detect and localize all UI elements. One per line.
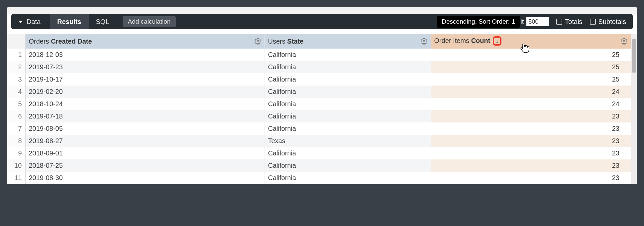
gear-icon[interactable] — [621, 38, 627, 45]
cell-state[interactable]: California — [265, 172, 431, 184]
caret-down-icon — [19, 21, 23, 23]
row-number: 11 — [7, 172, 25, 184]
tab-sql-label: SQL — [96, 18, 109, 26]
svg-point-0 — [257, 41, 259, 42]
toolbar: Data Results SQL Add calculation Row Lim… — [11, 14, 633, 29]
cell-created-date[interactable]: 2019-08-27 — [25, 135, 265, 147]
row-number: 2 — [7, 61, 25, 73]
table-row: 12018-12-03California25 — [7, 49, 631, 61]
scrollbar[interactable] — [631, 34, 637, 184]
tab-sql[interactable]: SQL — [89, 14, 117, 29]
arrow-down-icon: ↓ — [495, 38, 498, 44]
cell-state[interactable]: California — [265, 122, 431, 135]
cell-state[interactable]: California — [265, 49, 431, 61]
row-number: 7 — [7, 122, 25, 135]
table-row: 102018-07-25California23 — [7, 159, 631, 172]
gear-icon[interactable] — [255, 38, 261, 45]
cell-created-date[interactable]: 2019-07-18 — [25, 110, 265, 122]
row-number: 1 — [7, 49, 25, 61]
checkbox-icon — [556, 19, 562, 25]
cell-count[interactable]: 23 — [431, 147, 631, 159]
rownum-header — [7, 34, 25, 49]
cell-created-date[interactable]: 2018-07-25 — [25, 159, 265, 172]
cell-count[interactable]: 25 — [431, 61, 631, 73]
row-limit-input[interactable] — [526, 17, 549, 26]
table-row: 32019-10-17California25 — [7, 73, 631, 86]
svg-point-2 — [623, 41, 625, 42]
table-row: 22019-07-23California25 — [7, 61, 631, 73]
subtotals-label: Subtotals — [598, 18, 626, 26]
add-calculation-button[interactable]: Add calculation — [123, 16, 176, 27]
cell-created-date[interactable]: 2019-02-20 — [25, 86, 265, 98]
cell-created-date[interactable]: 2019-08-30 — [25, 172, 265, 184]
row-number: 5 — [7, 98, 25, 110]
svg-point-1 — [423, 41, 425, 42]
cell-count[interactable]: 23 — [431, 110, 631, 122]
row-number: 4 — [7, 86, 25, 98]
results-table: Orders Created Date Users State — [7, 34, 631, 184]
cell-state[interactable]: California — [265, 110, 431, 122]
cell-created-date[interactable]: 2018-12-03 — [25, 49, 265, 61]
sort-descending-indicator[interactable]: ↓ — [493, 36, 501, 46]
sort-tooltip: Descending, Sort Order: 1 — [437, 16, 520, 28]
cell-state[interactable]: California — [265, 159, 431, 172]
cell-count[interactable]: 24 — [431, 86, 631, 98]
totals-checkbox[interactable]: Totals — [556, 18, 582, 26]
table-row: 92018-09-01California23 — [7, 147, 631, 159]
cell-state[interactable]: California — [265, 147, 431, 159]
tab-results[interactable]: Results — [50, 14, 88, 29]
cell-count[interactable]: 25 — [431, 49, 631, 61]
cell-count[interactable]: 23 — [431, 172, 631, 184]
totals-label: Totals — [565, 18, 582, 26]
cell-created-date[interactable]: 2019-10-17 — [25, 73, 265, 86]
subtotals-checkbox[interactable]: Subtotals — [590, 18, 626, 26]
cell-created-date[interactable]: 2018-10-24 — [25, 98, 265, 110]
cell-created-date[interactable]: 2019-08-05 — [25, 122, 265, 135]
cell-count[interactable]: 23 — [431, 159, 631, 172]
tab-results-label: Results — [57, 18, 81, 26]
cell-state[interactable]: Texas — [265, 135, 431, 147]
table-row: 42019-02-20California24 — [7, 86, 631, 98]
row-number: 9 — [7, 147, 25, 159]
row-number: 6 — [7, 110, 25, 122]
column-header-users-state[interactable]: Users State — [265, 34, 431, 49]
cell-state[interactable]: California — [265, 98, 431, 110]
cell-created-date[interactable]: 2019-07-23 — [25, 61, 265, 73]
cell-state[interactable]: California — [265, 73, 431, 86]
row-number: 3 — [7, 73, 25, 86]
cell-created-date[interactable]: 2018-09-01 — [25, 147, 265, 159]
table-row: 52018-10-24California24 — [7, 98, 631, 110]
table-row: 72019-08-05California23 — [7, 122, 631, 135]
column-header-orders-created-date[interactable]: Orders Created Date — [25, 34, 265, 49]
scrollbar-thumb[interactable] — [632, 39, 636, 73]
column-header-order-items-count[interactable]: Order Items Count ↓ — [431, 34, 631, 49]
checkbox-icon — [590, 19, 596, 25]
row-number: 10 — [7, 159, 25, 172]
cell-count[interactable]: 23 — [431, 135, 631, 147]
cell-state[interactable]: California — [265, 61, 431, 73]
tab-data-label: Data — [27, 18, 41, 26]
table-row: 62019-07-18California23 — [7, 110, 631, 122]
table-row: 82019-08-27Texas23 — [7, 135, 631, 147]
gear-icon[interactable] — [421, 38, 427, 45]
cell-count[interactable]: 23 — [431, 122, 631, 135]
table-row: 112019-08-30California23 — [7, 172, 631, 184]
tab-data[interactable]: Data — [15, 14, 50, 29]
row-number: 8 — [7, 135, 25, 147]
cell-count[interactable]: 25 — [431, 73, 631, 86]
cell-state[interactable]: California — [265, 86, 431, 98]
cell-count[interactable]: 24 — [431, 98, 631, 110]
